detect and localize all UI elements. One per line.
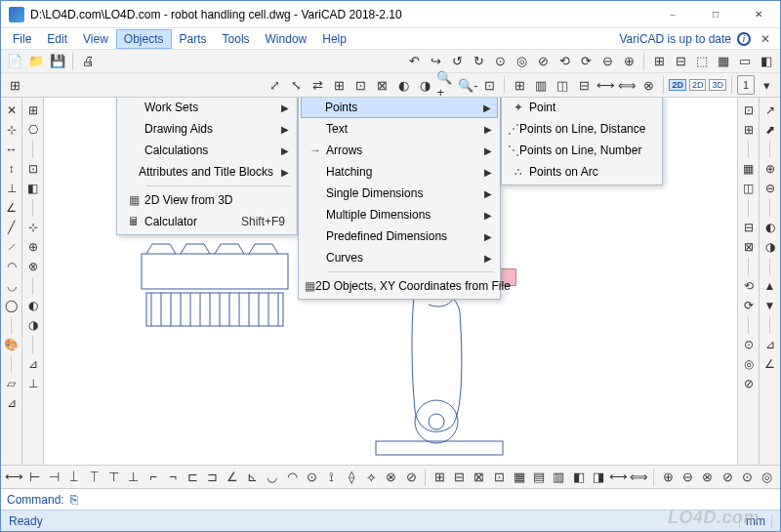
menu-item-points-on-line-distance[interactable]: ⋰Points on Line, Distance bbox=[504, 118, 660, 140]
tb2r-btn-3[interactable]: ⊞ bbox=[329, 75, 349, 95]
btb-btn-34[interactable]: ⊕ bbox=[659, 468, 677, 487]
rt2-btn-10[interactable]: ▼ bbox=[761, 297, 779, 314]
tb2r-btn-12[interactable]: ⊞ bbox=[510, 75, 529, 95]
rt1-btn-3[interactable]: ▦ bbox=[740, 160, 758, 178]
tb2r-btn-5[interactable]: ⊠ bbox=[372, 75, 391, 95]
lt2-btn-10[interactable]: ◐ bbox=[24, 297, 42, 314]
menu-item-calculator[interactable]: 🖩CalculatorShift+F9 bbox=[119, 211, 295, 232]
rt2-btn-3[interactable]: ⊕ bbox=[761, 160, 779, 178]
btb-btn-23[interactable]: ⊟ bbox=[450, 468, 468, 487]
rt1-btn-6[interactable]: ⊟ bbox=[740, 219, 758, 236]
tb1r-btn-0[interactable]: ↶ bbox=[404, 52, 424, 71]
tb1r-btn-17[interactable]: ◧ bbox=[757, 52, 776, 71]
dismiss-status-icon[interactable]: ✕ bbox=[757, 32, 774, 46]
rt1-btn-10[interactable]: ⟳ bbox=[740, 297, 758, 314]
tb1-btn-4[interactable]: 🖨 bbox=[78, 52, 98, 71]
lt1-btn-14[interactable]: ▱ bbox=[3, 375, 21, 392]
btb-btn-26[interactable]: ▦ bbox=[510, 468, 527, 487]
menu-view[interactable]: View bbox=[75, 29, 116, 49]
btb-btn-31[interactable]: ⟷ bbox=[609, 468, 628, 487]
btb-btn-14[interactable]: ◠ bbox=[283, 468, 301, 487]
tb1r-btn-3[interactable]: ↻ bbox=[469, 52, 488, 71]
mode-badge-2d-1[interactable]: 2D bbox=[689, 79, 707, 91]
menu-item-text[interactable]: Text▶ bbox=[301, 118, 498, 140]
menu-item-curves[interactable]: Curves▶ bbox=[301, 247, 498, 268]
btb-btn-24[interactable]: ⊠ bbox=[471, 468, 488, 487]
rt1-btn-12[interactable]: ⊙ bbox=[740, 336, 758, 353]
menu-item-calculations[interactable]: Calculations▶ bbox=[119, 140, 295, 161]
mode-badge-2d-0[interactable]: 2D bbox=[669, 79, 686, 91]
tb2r-btn-10[interactable]: ⊡ bbox=[479, 75, 499, 95]
tb2r-btn-15[interactable]: ⊟ bbox=[574, 75, 594, 95]
tb2r-btn-4[interactable]: ⊡ bbox=[350, 75, 370, 95]
tb1-btn-2[interactable]: 💾 bbox=[48, 52, 67, 71]
tb1r-btn-6[interactable]: ⊘ bbox=[533, 52, 553, 71]
menu-item-points[interactable]: Points▶ bbox=[301, 98, 498, 118]
btb-btn-36[interactable]: ⊗ bbox=[699, 468, 717, 487]
tb1-btn-0[interactable]: 📄 bbox=[5, 52, 24, 71]
lt1-btn-0[interactable]: ✕ bbox=[3, 102, 21, 119]
lt1-btn-6[interactable]: ╱ bbox=[3, 219, 21, 236]
tb2r-btn-0[interactable]: ⤢ bbox=[265, 75, 284, 95]
btb-btn-37[interactable]: ⊘ bbox=[719, 468, 736, 487]
lt2-btn-1[interactable]: ⎔ bbox=[24, 121, 42, 139]
tb1r-btn-5[interactable]: ◎ bbox=[512, 52, 531, 71]
mode-badge-3d-2[interactable]: 3D bbox=[709, 79, 726, 91]
lt2-btn-11[interactable]: ◑ bbox=[24, 316, 42, 334]
menu-window[interactable]: Window bbox=[258, 29, 315, 49]
info-icon[interactable]: i bbox=[737, 32, 751, 46]
btb-btn-6[interactable]: ⊥ bbox=[125, 468, 143, 487]
tb1r-btn-14[interactable]: ⬚ bbox=[692, 52, 712, 71]
tb1r-btn-16[interactable]: ▭ bbox=[735, 52, 755, 71]
lt2-btn-14[interactable]: ⊥ bbox=[24, 375, 42, 392]
btb-btn-7[interactable]: ⌐ bbox=[144, 468, 162, 487]
menu-item-single-dimensions[interactable]: Single Dimensions▶ bbox=[301, 183, 498, 204]
tb1-btn-1[interactable]: 📁 bbox=[26, 52, 46, 71]
rt2-btn-0[interactable]: ↗ bbox=[761, 102, 779, 119]
btb-btn-27[interactable]: ▤ bbox=[530, 468, 548, 487]
btb-btn-11[interactable]: ∠ bbox=[224, 468, 241, 487]
tb1r-btn-7[interactable]: ⟲ bbox=[555, 52, 574, 71]
menu-objects[interactable]: Objects bbox=[116, 29, 172, 49]
menu-item-arrows[interactable]: →Arrows▶ bbox=[301, 140, 498, 161]
tb1r-btn-10[interactable]: ⊕ bbox=[619, 52, 638, 71]
tb1r-btn-15[interactable]: ▦ bbox=[714, 52, 733, 71]
btb-btn-8[interactable]: ¬ bbox=[164, 468, 182, 487]
lt2-btn-13[interactable]: ⊿ bbox=[24, 355, 42, 373]
menu-item-points-on-arc[interactable]: ∴Points on Arc bbox=[504, 161, 660, 183]
tb1r-btn-2[interactable]: ↺ bbox=[447, 52, 467, 71]
btb-btn-9[interactable]: ⊏ bbox=[185, 468, 202, 487]
lt2-btn-3[interactable]: ⊡ bbox=[24, 160, 42, 178]
lt2-btn-6[interactable]: ⊹ bbox=[24, 219, 42, 236]
menu-parts[interactable]: Parts bbox=[172, 29, 215, 49]
tb2r-btn-16[interactable]: ⟷ bbox=[596, 75, 615, 95]
menu-item-drawing-aids[interactable]: Drawing Aids▶ bbox=[119, 118, 295, 140]
tb2l-btn-0[interactable]: ⊞ bbox=[5, 75, 24, 95]
tb2r-btn-18[interactable]: ⊗ bbox=[638, 75, 658, 95]
menu-item-point[interactable]: ✦Point bbox=[504, 98, 660, 118]
rt1-btn-0[interactable]: ⊡ bbox=[740, 102, 758, 119]
rt2-btn-13[interactable]: ∠ bbox=[761, 355, 779, 373]
minimize-button[interactable]: – bbox=[651, 1, 694, 28]
menu-item-2d-objects-xy-coordinates-from-file[interactable]: ▦2D Objects, XY Coordinates from File bbox=[301, 275, 498, 297]
btb-btn-12[interactable]: ⊾ bbox=[243, 468, 261, 487]
lt1-btn-3[interactable]: ↕ bbox=[3, 160, 21, 178]
lt2-btn-7[interactable]: ⊕ bbox=[24, 238, 42, 256]
lt2-btn-4[interactable]: ◧ bbox=[24, 180, 42, 197]
menu-item-attributes-and-title-blocks[interactable]: Attributes and Title Blocks▶ bbox=[119, 161, 295, 183]
btb-btn-13[interactable]: ◡ bbox=[264, 468, 281, 487]
menu-item-hatching[interactable]: Hatching▶ bbox=[301, 161, 498, 183]
lt1-btn-2[interactable]: ↔ bbox=[3, 141, 21, 158]
rt2-btn-9[interactable]: ▲ bbox=[761, 277, 779, 295]
layer-dropdown[interactable]: ▾ bbox=[757, 75, 776, 95]
menu-item-2d-view-from-3d[interactable]: ▦2D View from 3D bbox=[119, 189, 295, 211]
menu-item-predefined-dimensions[interactable]: Predefined Dimensions▶ bbox=[301, 225, 498, 247]
tb1r-btn-13[interactable]: ⊟ bbox=[671, 52, 690, 71]
tb2r-btn-2[interactable]: ⇄ bbox=[308, 75, 327, 95]
rt2-btn-1[interactable]: ⬈ bbox=[761, 121, 779, 139]
menu-item-work-sets[interactable]: Work Sets▶ bbox=[119, 98, 295, 118]
btb-btn-19[interactable]: ⊗ bbox=[383, 468, 400, 487]
close-button[interactable]: ✕ bbox=[737, 1, 780, 28]
btb-btn-16[interactable]: ⟟ bbox=[323, 468, 341, 487]
btb-btn-10[interactable]: ⊐ bbox=[204, 468, 222, 487]
